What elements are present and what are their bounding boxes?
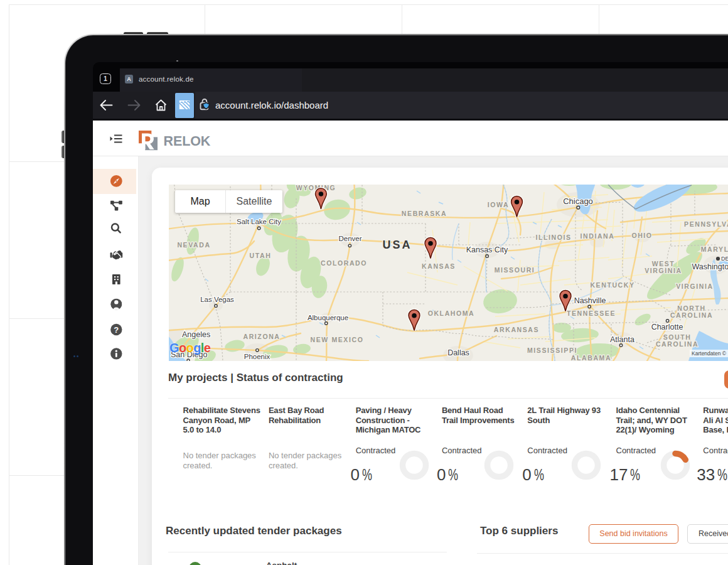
svg-text:INDIANA: INDIANA: [581, 232, 615, 240]
svg-text:VIRGINIA: VIRGINIA: [645, 267, 682, 274]
svg-text:Phoenix: Phoenix: [244, 353, 270, 360]
svg-text:OHIO: OHIO: [631, 232, 652, 239]
svg-text:OKLAHOMA: OKLAHOMA: [428, 309, 475, 317]
svg-text:ARKANSAS: ARKANSAS: [494, 326, 539, 333]
svg-text:Albuquerque: Albuquerque: [308, 314, 348, 321]
svg-text:NEBRASKA: NEBRASKA: [402, 210, 447, 217]
svg-text:Salt Lake City: Salt Lake City: [237, 218, 281, 225]
svg-text:MISSOURI: MISSOURI: [495, 266, 535, 274]
svg-text:Denver: Denver: [338, 235, 361, 242]
svg-text:?: ?: [114, 325, 119, 335]
svg-text:Charlotte: Charlotte: [651, 323, 683, 331]
svg-text:NEW MEXICO: NEW MEXICO: [311, 336, 364, 343]
svg-text:DE: DE: [721, 256, 728, 262]
svg-text:MARYLAND: MARYLAND: [701, 245, 728, 253]
svg-text:Washington: Washington: [692, 262, 728, 271]
svg-text:Atlanta: Atlanta: [610, 335, 634, 344]
svg-text:Chicago: Chicago: [563, 196, 593, 206]
svg-text:CAROLINA: CAROLINA: [656, 340, 699, 348]
svg-text:KENTUCKY: KENTUCKY: [590, 281, 634, 289]
svg-text:UTAH: UTAH: [250, 252, 272, 259]
svg-text:VIRGINIA: VIRGINIA: [676, 282, 713, 290]
svg-text:TENNESSEE: TENNESSEE: [567, 309, 616, 317]
svg-text:KANSAS: KANSAS: [422, 262, 456, 270]
svg-text:MISSISSIPPI: MISSISSIPPI: [527, 347, 577, 354]
svg-text:Kansas City: Kansas City: [466, 245, 508, 254]
svg-text:CAROLINA: CAROLINA: [670, 311, 713, 319]
svg-text:NEVADA: NEVADA: [177, 241, 210, 249]
svg-text:PENNSYLVANIA: PENNSYLVANIA: [684, 220, 728, 228]
svg-text:ARIZONA: ARIZONA: [243, 333, 280, 340]
svg-text:COLORADO: COLORADO: [321, 259, 367, 267]
svg-text:Las Vegas: Las Vegas: [200, 296, 234, 303]
svg-text:Angeles: Angeles: [182, 330, 210, 339]
svg-text:Dallas: Dallas: [447, 348, 469, 357]
svg-text:ALABAMA: ALABAMA: [571, 354, 611, 361]
svg-text:USA: USA: [382, 239, 412, 251]
svg-text:Nashville: Nashville: [574, 296, 606, 305]
svg-text:ILLINOIS: ILLINOIS: [535, 234, 571, 241]
svg-text:IOWA: IOWA: [488, 201, 509, 208]
